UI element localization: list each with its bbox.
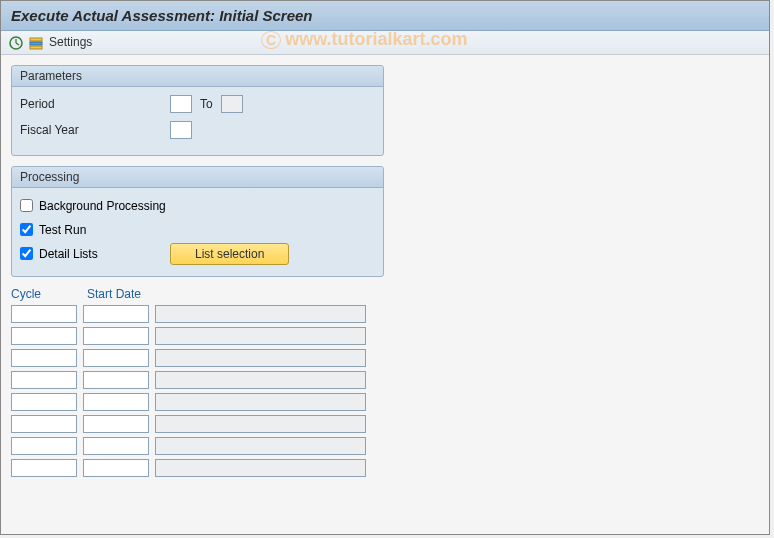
detail-checkbox[interactable] [20,247,33,260]
description-input[interactable] [155,327,366,345]
startdate-input[interactable] [83,437,149,455]
testrun-label: Test Run [39,223,86,237]
description-input[interactable] [155,415,366,433]
parameters-title: Parameters [12,66,383,87]
svg-line-2 [16,43,19,45]
cycle-input[interactable] [11,327,77,345]
description-input[interactable] [155,437,366,455]
svg-rect-5 [30,46,42,49]
cycle-table: Cycle Start Date [11,287,759,477]
cycle-input[interactable] [11,371,77,389]
table-row [11,327,759,345]
table-row [11,415,759,433]
table-row [11,459,759,477]
testrun-checkbox[interactable] [20,223,33,236]
description-input[interactable] [155,371,366,389]
table-row [11,371,759,389]
table-row [11,349,759,367]
cycle-input[interactable] [11,393,77,411]
toolbar: Settings [1,31,769,55]
description-input[interactable] [155,393,366,411]
startdate-input[interactable] [83,349,149,367]
period-input[interactable] [170,95,192,113]
startdate-input[interactable] [83,459,149,477]
description-input[interactable] [155,349,366,367]
startdate-input[interactable] [83,327,149,345]
background-checkbox[interactable] [20,199,33,212]
startdate-input[interactable] [83,305,149,323]
period-label: Period [20,97,170,111]
startdate-input[interactable] [83,371,149,389]
list-selection-button[interactable]: List selection [170,243,289,265]
startdate-header: Start Date [87,287,147,301]
detail-label: Detail Lists [39,247,98,261]
table-row [11,305,759,323]
cycle-input[interactable] [11,349,77,367]
cycle-input[interactable] [11,305,77,323]
settings-button[interactable]: Settings [49,35,92,49]
to-label: To [200,97,213,111]
background-label: Background Processing [39,199,166,213]
execute-icon[interactable] [9,35,23,50]
startdate-input[interactable] [83,393,149,411]
cycle-header: Cycle [11,287,71,301]
table-row [11,393,759,411]
page-title: Execute Actual Assessment: Initial Scree… [1,1,769,31]
content-area: Parameters Period To Fiscal Year Process… [1,55,769,491]
svg-rect-3 [30,38,42,41]
cycle-input[interactable] [11,437,77,455]
table-row [11,437,759,455]
parameters-panel: Parameters Period To Fiscal Year [11,65,384,156]
svg-rect-4 [30,42,42,45]
cycle-input[interactable] [11,415,77,433]
description-input[interactable] [155,305,366,323]
app-window: Execute Actual Assessment: Initial Scree… [0,0,770,535]
processing-panel: Processing Background Processing Test Ru… [11,166,384,277]
fiscal-year-input[interactable] [170,121,192,139]
processing-title: Processing [12,167,383,188]
fiscal-year-label: Fiscal Year [20,123,170,137]
description-input[interactable] [155,459,366,477]
cycle-input[interactable] [11,459,77,477]
period-to-input[interactable] [221,95,243,113]
settings-icon[interactable] [29,35,43,50]
startdate-input[interactable] [83,415,149,433]
